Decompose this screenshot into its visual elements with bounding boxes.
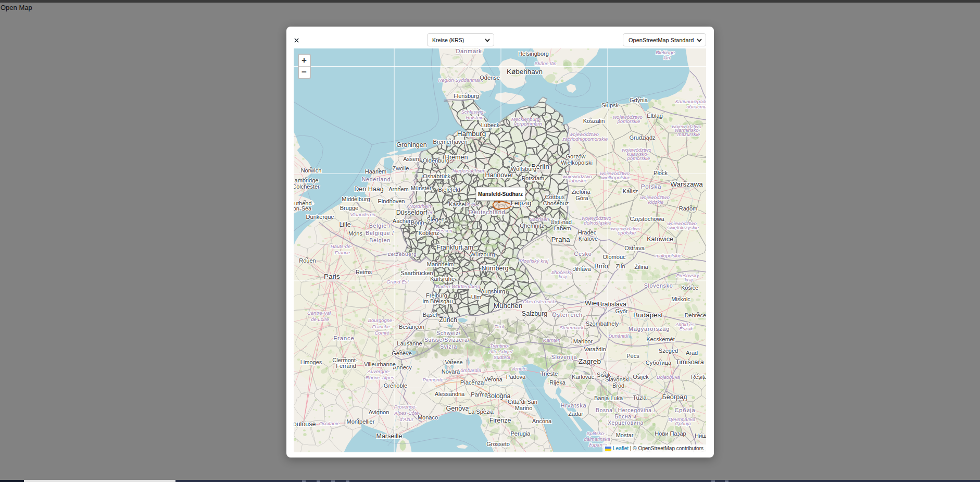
svg-text:Occitanie: Occitanie [319,421,340,426]
svg-text:Centre-Val: Centre-Val [307,310,331,316]
svg-text:Pécs: Pécs [626,353,639,359]
svg-text:Cottbus: Cottbus [545,194,564,200]
svg-text:Odense: Odense [480,75,500,81]
svg-text:Salzburg: Salzburg [521,310,547,317]
svg-text:Kecskemét: Kecskemét [646,336,674,342]
svg-text:Limoges: Limoges [300,359,322,365]
svg-text:Frankfurt am: Frankfurt am [436,244,473,251]
svg-text:Jihlava: Jihlava [573,266,591,272]
svg-text:Zlín: Zlín [615,263,625,269]
svg-text:область: область [686,104,706,109]
svg-text:opolskie: opolskie [618,230,636,236]
svg-text:Нови Пазар: Нови Пазар [655,430,686,437]
svg-text:Vorpommern: Vorpommern [513,121,542,127]
svg-text:Parma: Parma [471,391,488,398]
svg-text:Paris: Paris [324,273,340,280]
svg-text:Chośebuz: Chośebuz [543,200,569,206]
svg-text:Città di San: Città di San [508,399,537,405]
svg-text:Zürich: Zürich [439,316,457,324]
svg-text:Hradec: Hradec [577,229,596,236]
svg-text:Reims: Reims [355,269,372,275]
svg-text:Bratislava: Bratislava [598,301,626,308]
svg-text:Magyarország: Magyarország [628,326,669,332]
svg-text:Góra: Góra [575,195,588,201]
svg-text:Aachen: Aachen [392,218,411,224]
svg-text:Eindhoven: Eindhoven [378,198,405,204]
svg-text:Region Syddanmark: Region Syddanmark [438,77,483,83]
svg-text:Karlovac: Karlovac [572,374,594,380]
svg-text:Wielkopolski: Wielkopolski [560,159,592,166]
svg-text:Oldenburg: Oldenburg [422,157,449,164]
svg-text:län: län [663,55,670,60]
svg-text:Warszawa: Warszawa [670,180,703,188]
svg-text:de Loire: de Loire [311,316,329,322]
svg-text:mazurskie: mazurskie [677,131,699,137]
svg-text:Česko: Česko [574,251,592,257]
svg-text:Varaždin: Varaždin [584,346,606,352]
svg-text:Genève: Genève [392,350,412,356]
svg-text:Zielona: Zielona [571,189,590,195]
svg-text:Słupsk: Słupsk [601,102,619,108]
svg-text:Potsdam: Potsdam [521,175,544,181]
svg-text:Avignon: Avignon [368,409,389,415]
svg-text:Lombardia: Lombardia [458,367,481,373]
svg-text:Grudziądz: Grudziądz [629,134,655,141]
svg-text:Villeurbanne: Villeurbanne [364,361,396,367]
svg-text:Franche-: Franche- [372,324,392,329]
svg-text:Slavonski: Slavonski [605,376,629,382]
svg-text:Kärnten: Kärnten [543,337,560,343]
svg-text:Labem: Labem [553,225,571,231]
svg-text:Splitsko-: Splitsko- [586,430,605,436]
svg-text:małopolskie: małopolskie [655,253,681,258]
svg-text:Colchester: Colchester [294,183,320,190]
svg-text:Dunántúl: Dunántúl [608,333,629,339]
svg-text:Београд: Београд [662,393,687,401]
svg-text:Schleswig-: Schleswig- [461,109,485,115]
svg-text:Lausanne: Lausanne [397,340,422,347]
svg-text:Lübeck: Lübeck [481,122,499,128]
svg-text:Praha: Praha [551,236,570,243]
svg-text:Helsingborg: Helsingborg [518,51,549,57]
svg-text:pomorskie: pomorskie [626,155,650,161]
svg-text:Nederland: Nederland [361,176,391,182]
svg-text:Kalisz: Kalisz [622,188,637,194]
svg-text:Radom: Radom [679,205,697,212]
svg-text:Steiermark: Steiermark [559,325,584,330]
svg-text:Padova: Padova [506,374,525,380]
svg-text:Oberösterreich: Oberösterreich [523,299,556,304]
svg-text:Rhône-Alpes: Rhône-Alpes [366,375,394,380]
svg-text:Ústí nad: Ústí nad [550,219,572,225]
svg-text:Suisse/Svizzera/: Suisse/Svizzera/ [424,337,470,343]
svg-text:Varese: Varese [445,359,462,365]
svg-text:Суботица: Суботица [645,360,671,366]
svg-text:Österreich: Österreich [552,312,583,318]
svg-text:Piacenza: Piacenza [460,379,484,386]
svg-text:Trentino-: Trentino- [489,343,509,349]
svg-text:Србија: Србија [675,421,690,426]
svg-text:Münster: Münster [410,185,431,191]
svg-text:Nürnberg: Nürnberg [481,265,508,272]
svg-text:Saarbrücken: Saarbrücken [400,270,433,276]
svg-text:Verona: Verona [484,376,503,382]
svg-text:Brugge: Brugge [340,205,358,211]
svg-text:Veneto: Veneto [511,366,526,372]
svg-text:La Spezia: La Spezia [468,409,494,415]
svg-text:Lëtzebuerg: Lëtzebuerg [387,251,417,257]
svg-text:Genova: Genova [446,405,469,412]
svg-text:im Breisgau: im Breisgau [422,298,453,304]
svg-text:Sachsen: Sachsen [530,216,549,222]
svg-text:Belgien: Belgien [369,237,391,243]
svg-text:Skåne län: Skåne län [534,60,556,66]
svg-text:Chemnitz: Chemnitz [520,223,544,229]
svg-text:Norwich: Norwich [300,167,321,174]
svg-text:Grosseto: Grosseto [486,441,510,447]
svg-text:Bremerhaven: Bremerhaven [433,139,467,145]
svg-text:Düsseldorf: Düsseldorf [396,209,427,216]
svg-text:Augsburg: Augsburg [480,288,505,294]
svg-text:Rouen: Rouen [299,257,316,264]
svg-text:zachodniopomorskie: zachodniopomorskie [561,136,607,142]
svg-text:Alto Adige/: Alto Adige/ [488,349,513,354]
svg-text:Gorzów: Gorzów [566,153,585,159]
svg-text:Osijek: Osijek [633,374,649,380]
svg-text:Slovenija: Slovenija [551,354,577,360]
